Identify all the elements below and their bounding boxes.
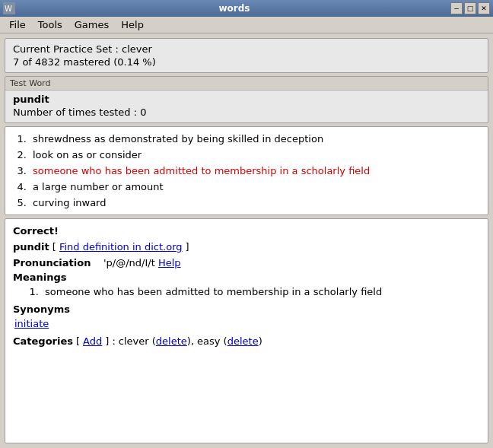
maximize-button[interactable]: □ [464, 2, 476, 14]
def-text: look on as or consider [33, 149, 142, 160]
def-number: 5. [13, 197, 27, 208]
cat-item-easy: easy (delete) [197, 335, 262, 347]
cat-item-clever: clever (delete), [119, 335, 194, 347]
find-definition-link[interactable]: Find definition in dict.org [59, 241, 183, 253]
def-number: 3. [13, 165, 27, 176]
correct-label: Correct! [13, 225, 480, 237]
cat-bracket-close: ] : [105, 335, 116, 347]
def-number: 4. [13, 181, 27, 192]
def-number: 2. [13, 149, 27, 160]
categories-label: Categories [13, 335, 73, 347]
result-panel: Correct! pundit [ Find definition in dic… [5, 218, 488, 443]
menu-tools[interactable]: Tools [32, 18, 68, 31]
minimize-button[interactable]: − [450, 2, 463, 14]
cat-bracket-open: [ [76, 335, 80, 347]
test-panel-title: Test Word [5, 77, 488, 91]
clever-delete-link[interactable]: delete [156, 335, 187, 347]
menu-file[interactable]: File [3, 18, 32, 31]
definition-item: 3.someone who has been admitted to membe… [13, 165, 480, 176]
def-text: curving inward [33, 197, 106, 208]
pronunciation-text: 'p/@/nd/I/t [103, 257, 155, 268]
info-panel: Current Practice Set : clever 7 of 4832 … [5, 38, 488, 73]
close-button[interactable]: ✕ [478, 2, 490, 14]
pronunciation-label: Pronunciation [13, 257, 91, 268]
mastered-label: 7 of 4832 mastered (0.14 %) [13, 56, 480, 68]
def-text: someone who has been admitted to members… [33, 165, 370, 176]
menubar: File Tools Games Help [0, 17, 493, 33]
test-panel: Test Word pundit Number of times tested … [5, 76, 488, 123]
easy-delete-link[interactable]: delete [227, 335, 259, 347]
categories-add-link[interactable]: Add [83, 335, 102, 347]
menu-help[interactable]: Help [115, 18, 150, 31]
result-word: pundit [13, 241, 49, 253]
def-text: a large number or amount [33, 181, 164, 192]
bracket-close: ] [186, 241, 189, 253]
meaning-item: 1. someone who has been admitted to memb… [25, 286, 480, 297]
synonym-link[interactable]: initiate [14, 318, 480, 329]
definition-item: 2.look on as or consider [13, 149, 480, 160]
svg-text:W: W [5, 5, 12, 13]
menu-games[interactable]: Games [68, 18, 115, 31]
categories-line: Categories [ Add ] : clever (delete), ea… [13, 335, 480, 347]
window-controls: − □ ✕ [450, 2, 490, 14]
bracket-open: [ [52, 241, 56, 253]
practice-set-label: Current Practice Set : clever [13, 43, 480, 55]
definitions-panel: 1.shrewdness as demonstrated by being sk… [5, 126, 488, 215]
window-title: words [18, 3, 450, 14]
pronunciation-line: Pronunciation 'p/@/nd/I/t Help [13, 257, 480, 268]
word-line: pundit [ Find definition in dict.org ] [13, 241, 480, 253]
definition-item: 1.shrewdness as demonstrated by being sk… [13, 133, 480, 145]
main-content: Current Practice Set : clever 7 of 4832 … [0, 33, 493, 448]
times-tested: Number of times tested : 0 [13, 106, 480, 118]
meaning-text: someone who has been admitted to members… [45, 286, 382, 297]
def-number: 1. [13, 133, 27, 145]
meanings-label: Meanings [13, 272, 480, 283]
def-text: shrewdness as demonstrated by being skil… [33, 133, 323, 145]
pronunciation-help-link[interactable]: Help [158, 257, 181, 268]
synonyms-label: Synonyms [13, 303, 480, 315]
app-icon: W [3, 2, 15, 14]
definition-item: 5.curving inward [13, 197, 480, 208]
meaning-num: 1. [25, 286, 39, 297]
titlebar: W words − □ ✕ [0, 0, 493, 17]
definition-item: 4.a large number or amount [13, 181, 480, 192]
test-word: pundit [13, 94, 480, 105]
